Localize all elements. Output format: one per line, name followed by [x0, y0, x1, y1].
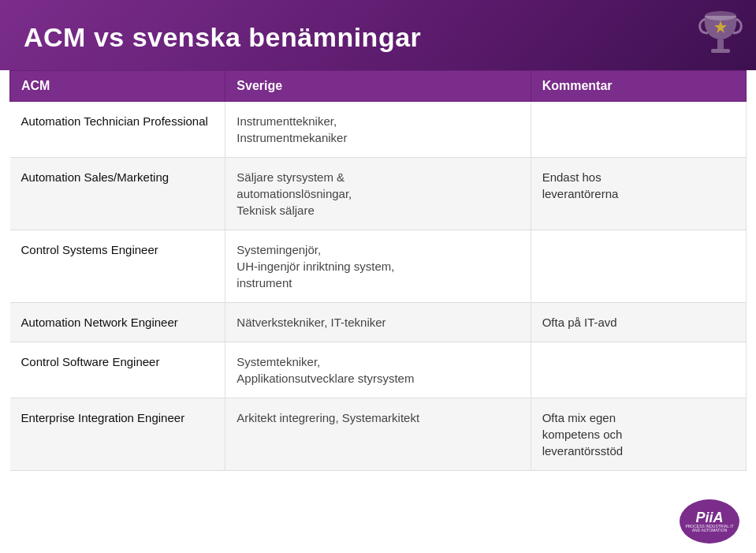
cell-kommentar — [531, 342, 746, 398]
cell-sverige: Systemingenjör,UH-ingenjör inriktning sy… — [225, 230, 531, 303]
table-container: ACM Sverige Kommentar Automation Technic… — [0, 70, 756, 480]
piia-logo-text: PiiA — [695, 510, 723, 525]
cell-kommentar — [531, 230, 746, 303]
col-header-acm: ACM — [10, 71, 225, 102]
svg-rect-2 — [711, 49, 730, 53]
cell-sverige: Säljare styrsystem &automationslösningar… — [225, 158, 531, 230]
col-header-sverige: Sverige — [225, 71, 531, 102]
table-header-row: ACM Sverige Kommentar — [10, 71, 747, 102]
cell-sverige: Instrumenttekniker,Instrumentmekaniker — [225, 102, 531, 158]
trophy-icon — [685, 0, 756, 70]
cell-kommentar — [531, 102, 746, 158]
cell-acm: Automation Network Engineer — [10, 303, 225, 342]
cell-sverige: Arkitekt integrering, Systemarkitekt — [225, 398, 531, 471]
cell-acm: Automation Technician Professional — [10, 102, 225, 158]
cell-sverige: Systemtekniker,Applikationsutvecklare st… — [225, 342, 531, 398]
svg-rect-1 — [717, 39, 724, 49]
cell-acm: Control Systems Engineer — [10, 230, 225, 303]
piia-logo: PiiA PROCESS INDUSTRIAL IT AND AUTOMATIO… — [680, 499, 739, 544]
cell-kommentar: Endast hosleverantörerna — [531, 158, 746, 230]
cell-acm: Enterprise Integration Engineer — [10, 398, 225, 471]
cell-acm: Automation Sales/Marketing — [10, 158, 225, 230]
table-row: Automation Sales/MarketingSäljare styrsy… — [10, 158, 747, 230]
cell-kommentar: Ofta mix egenkompetens ochleverantörsstö… — [531, 398, 746, 471]
table-row: Control Systems EngineerSystemingenjör,U… — [10, 230, 747, 303]
comparison-table: ACM Sverige Kommentar Automation Technic… — [9, 70, 747, 471]
piia-logo-container: PiiA PROCESS INDUSTRIAL IT AND AUTOMATIO… — [674, 498, 745, 545]
table-row: Automation Technician ProfessionalInstru… — [10, 102, 747, 158]
table-row: Automation Network EngineerNätverkstekni… — [10, 303, 747, 342]
cell-kommentar: Ofta på IT-avd — [531, 303, 746, 342]
piia-logo-subtext: PROCESS INDUSTRIAL IT AND AUTOMATION — [680, 525, 739, 533]
page: ACM vs svenska benämningar — [0, 0, 756, 553]
cell-sverige: Nätverkstekniker, IT-tekniker — [225, 303, 531, 342]
table-row: Control Software EngineerSystemtekniker,… — [10, 342, 747, 398]
table-row: Enterprise Integration EngineerArkitekt … — [10, 398, 747, 471]
col-header-kommentar: Kommentar — [531, 71, 746, 102]
cell-acm: Control Software Engineer — [10, 342, 225, 398]
header-banner: ACM vs svenska benämningar — [0, 0, 756, 70]
page-title: ACM vs svenska benämningar — [24, 22, 421, 52]
